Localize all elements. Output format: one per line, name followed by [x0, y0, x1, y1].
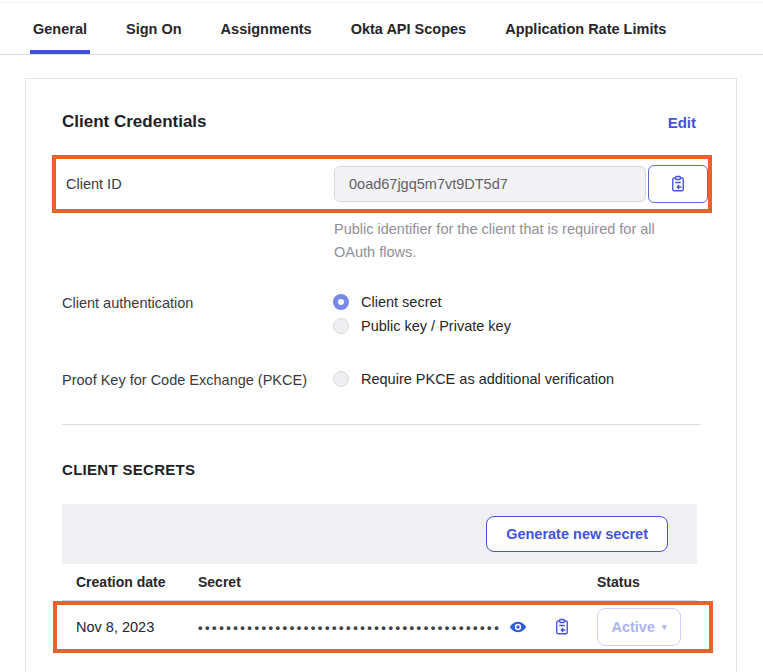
generate-new-secret-button[interactable]: Generate new secret: [486, 516, 668, 552]
client-credentials-header: Client Credentials Edit: [26, 79, 736, 132]
status-dropdown-button[interactable]: Active ▾: [597, 608, 681, 646]
client-id-help-text: Public identifier for the client that is…: [26, 213, 736, 264]
header-status: Status: [597, 574, 697, 590]
header-secret: Secret: [198, 574, 597, 590]
client-authentication-row: Client authentication Client secret Publ…: [26, 294, 736, 334]
pkce-label: Proof Key for Code Exchange (PKCE): [62, 371, 333, 388]
pkce-option-label: Require PKCE as additional verification: [361, 371, 614, 387]
tab-assignments[interactable]: Assignments: [218, 21, 315, 54]
header-creation-date: Creation date: [76, 574, 198, 590]
copy-client-id-button[interactable]: [648, 165, 708, 203]
top-hairline: [0, 2, 763, 3]
tab-sign-on[interactable]: Sign On: [123, 21, 185, 54]
chevron-down-icon: ▾: [662, 623, 667, 632]
pkce-checkbox-option[interactable]: Require PKCE as additional verification: [333, 371, 614, 387]
pkce-row: Proof Key for Code Exchange (PKCE) Requi…: [26, 371, 736, 388]
client-id-field-group: [334, 165, 708, 203]
tab-bar: General Sign On Assignments Okta API Sco…: [0, 0, 763, 55]
secrets-table-toolbar: Generate new secret: [62, 504, 697, 564]
client-secrets-table: Generate new secret Creation date Secret…: [62, 504, 697, 653]
client-authentication-label: Client authentication: [62, 294, 333, 311]
secret-row-highlight-box: Nov 8, 2023 ••••••••••••••••••••••••••••…: [53, 601, 713, 653]
edit-button[interactable]: Edit: [668, 114, 696, 131]
tab-okta-api-scopes[interactable]: Okta API Scopes: [348, 21, 470, 54]
masked-secret-value: ••••••••••••••••••••••••••••••••••••••••…: [198, 620, 501, 635]
radio-selected-icon[interactable]: [333, 294, 349, 310]
radio-unselected-icon[interactable]: [333, 318, 349, 334]
reveal-secret-button[interactable]: [509, 618, 527, 636]
secret-cell: ••••••••••••••••••••••••••••••••••••••••…: [198, 618, 597, 636]
client-secrets-title: CLIENT SECRETS: [26, 425, 736, 478]
checkbox-unchecked-icon[interactable]: [333, 371, 349, 387]
radio-public-private-key-label: Public key / Private key: [361, 318, 511, 334]
clipboard-copy-icon: [553, 618, 571, 636]
client-credentials-title: Client Credentials: [62, 112, 207, 132]
client-id-highlight-box: Client ID: [52, 155, 712, 213]
tab-application-rate-limits[interactable]: Application Rate Limits: [502, 21, 669, 54]
secrets-table-header: Creation date Secret Status: [62, 564, 697, 601]
tab-general[interactable]: General: [30, 21, 90, 54]
table-row: Nov 8, 2023 ••••••••••••••••••••••••••••…: [57, 605, 709, 649]
radio-public-private-key[interactable]: Public key / Private key: [333, 318, 511, 334]
status-cell: Active ▾: [597, 608, 709, 646]
clipboard-copy-icon: [669, 175, 687, 193]
client-id-label: Client ID: [66, 176, 334, 192]
settings-card: Client Credentials Edit Client ID Public…: [25, 78, 737, 672]
eye-icon: [509, 618, 527, 636]
client-id-input[interactable]: [334, 166, 646, 202]
client-authentication-options: Client secret Public key / Private key: [333, 294, 511, 334]
status-label: Active: [611, 619, 655, 635]
copy-secret-button[interactable]: [553, 618, 571, 636]
secret-creation-date: Nov 8, 2023: [76, 619, 198, 635]
radio-client-secret-label: Client secret: [361, 294, 442, 310]
radio-client-secret[interactable]: Client secret: [333, 294, 511, 310]
